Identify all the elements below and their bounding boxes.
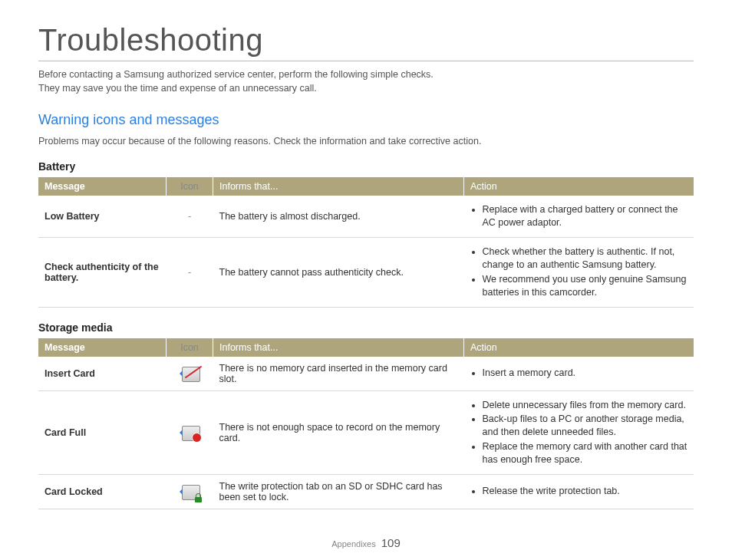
table-row: Card Full There is not enough space to r… [38,390,694,474]
action-item: Insert a memory card. [483,367,688,380]
cell-message: Card Full [38,390,167,474]
memory-card-locked-icon [179,483,200,500]
cell-informs: The write protection tab on an SD or SDH… [213,474,464,509]
cell-informs: The battery is almost discharged. [213,196,464,237]
cell-action: Check whether the battery is authentic. … [464,238,694,308]
page-footer: Appendixes 109 [0,536,732,549]
col-icon: Icon [167,338,213,357]
cell-action: Delete unnecessary files from the memory… [464,390,694,474]
action-item: We recommend you use only genuine Samsun… [483,273,688,299]
action-item: Check whether the battery is authentic. … [483,245,688,272]
cell-action: Insert a memory card. [464,357,694,391]
table-row: Insert Card There is no memory card inse… [38,357,694,391]
table-row: Card Locked The write protection tab on … [38,474,694,509]
col-message: Message [38,177,167,196]
cell-informs: There is no memory card inserted in the … [213,357,464,391]
cell-message: Insert Card [38,357,167,391]
cell-icon: - [167,196,213,237]
cell-icon [167,474,213,509]
cell-message: Card Locked [38,474,167,509]
table-row: Check authenticity of the battery. - The… [38,238,694,308]
title-rule [38,61,694,61]
cell-action: Replace with a charged battery or connec… [464,196,694,237]
intro-line-2: They may save you the time and expense o… [38,83,317,94]
intro-line-1: Before contacting a Samsung authorized s… [38,69,434,80]
footer-section: Appendixes [331,539,376,548]
memory-card-missing-icon [179,365,200,382]
col-action: Action [464,177,694,196]
battery-heading: Battery [38,160,694,173]
page-title: Troubleshooting [38,23,694,58]
footer-page-number: 109 [381,536,401,549]
col-informs: Informs that... [213,177,464,196]
intro-text: Before contacting a Samsung authorized s… [38,68,694,95]
cell-icon: - [167,238,213,308]
battery-table: Message Icon Informs that... Action Low … [38,177,694,307]
action-item: Back-up files to a PC or another storage… [483,413,688,439]
cell-icon [167,357,213,391]
col-action: Action [464,338,694,357]
action-item: Replace with a charged battery or connec… [483,203,688,229]
table-row: Low Battery - The battery is almost disc… [38,196,694,237]
cell-icon [167,390,213,474]
cell-informs: The battery cannot pass authenticity che… [213,238,464,308]
col-informs: Informs that... [213,338,464,357]
storage-heading: Storage media [38,321,694,334]
cell-message: Check authenticity of the battery. [38,238,167,308]
memory-card-full-icon [179,424,200,441]
cell-message: Low Battery [38,196,167,237]
cell-informs: There is not enough space to record on t… [213,390,464,474]
storage-table: Message Icon Informs that... Action Inse… [38,338,694,509]
col-icon: Icon [167,177,213,196]
action-item: Release the write protection tab. [483,485,688,498]
section-heading: Warning icons and messages [38,112,694,128]
col-message: Message [38,338,167,357]
cell-action: Release the write protection tab. [464,474,694,509]
action-item: Delete unnecessary files from the memory… [483,399,688,412]
section-subtext: Problems may occur because of the follow… [38,136,694,147]
action-item: Replace the memory card with another car… [483,440,688,466]
